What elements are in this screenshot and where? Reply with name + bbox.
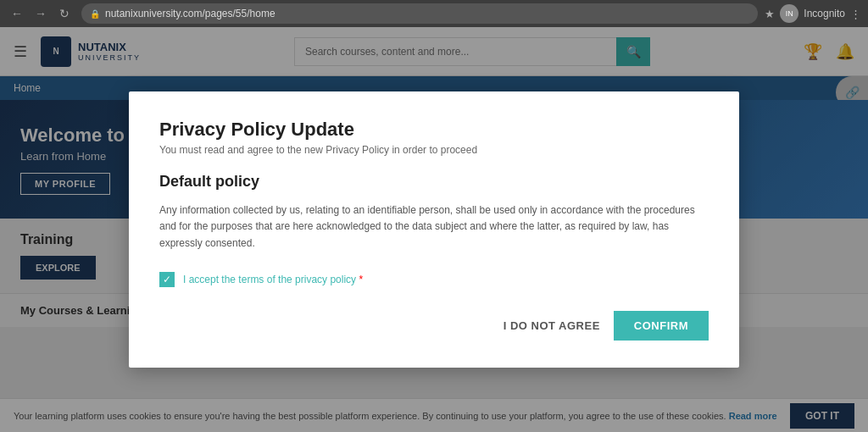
modal-policy-title: Default policy (159, 173, 709, 191)
avatar: IN (780, 4, 798, 23)
forward-button[interactable]: → (31, 3, 51, 24)
star-icon[interactable]: ★ (765, 8, 775, 20)
privacy-policy-modal: Privacy Policy Update You must read and … (129, 91, 739, 368)
modal-subtitle: You must read and agree to the new Priva… (159, 144, 709, 156)
page-background: ☰ N NUTANIX UNIVERSITY 🔍 🏆 🔔 🔗 Home (0, 27, 868, 432)
do-not-agree-button[interactable]: I DO NOT AGREE (504, 319, 600, 332)
reload-button[interactable]: ↻ (54, 3, 75, 24)
modal-actions: I DO NOT AGREE CONFIRM (159, 311, 709, 341)
url-text: nutanixuniversity.com/pages/55/home (105, 8, 275, 19)
checkbox-check-icon: ✓ (163, 274, 171, 285)
modal-checkbox-area: ✓ I accept the terms of the privacy poli… (159, 272, 709, 287)
incognito-label: Incognito (804, 8, 845, 19)
confirm-button[interactable]: CONFIRM (614, 311, 709, 341)
browser-chrome: ← → ↻ 🔒 nutanixuniversity.com/pages/55/h… (0, 0, 868, 27)
menu-dots-icon[interactable]: ⋮ (850, 8, 861, 20)
modal-title: Privacy Policy Update (159, 119, 709, 141)
modal-overlay: Privacy Policy Update You must read and … (0, 27, 868, 432)
required-marker: * (359, 274, 363, 285)
browser-nav-buttons: ← → ↻ (7, 3, 75, 24)
lock-icon: 🔒 (90, 9, 100, 19)
accept-terms-label[interactable]: I accept the terms of the privacy policy… (183, 274, 363, 285)
browser-actions: ★ IN Incognito ⋮ (765, 4, 861, 23)
accept-terms-checkbox[interactable]: ✓ (159, 272, 175, 287)
back-button[interactable]: ← (7, 3, 27, 24)
modal-body-text: Any information collected by us, relatin… (159, 202, 709, 252)
address-bar[interactable]: 🔒 nutanixuniversity.com/pages/55/home (81, 3, 758, 24)
